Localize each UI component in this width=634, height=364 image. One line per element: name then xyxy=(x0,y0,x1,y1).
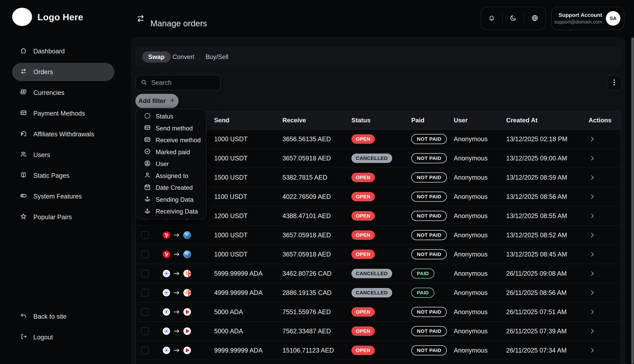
user-name: Anonymous xyxy=(454,251,488,258)
chevron-right-icon[interactable] xyxy=(589,328,596,334)
quick-actions-box xyxy=(481,7,546,30)
theme-button[interactable] xyxy=(503,14,524,22)
created-at-cell: 26/11/2025 09:08 AM xyxy=(506,270,566,277)
house-export-icon xyxy=(20,130,27,138)
filter-option-send-method[interactable]: Send method xyxy=(136,122,206,134)
chevron-right-icon[interactable] xyxy=(589,251,596,258)
return-icon xyxy=(20,312,27,321)
receive-amount: 5382.7815 AED xyxy=(282,174,327,181)
row-checkbox[interactable] xyxy=(141,250,149,258)
user-cell: Anonymous xyxy=(454,155,488,162)
chevron-right-icon[interactable] xyxy=(589,232,596,238)
row-checkbox[interactable] xyxy=(141,289,149,296)
account-name: Support Account xyxy=(559,12,602,18)
status-circle-icon xyxy=(144,112,151,121)
row-checkbox[interactable] xyxy=(141,327,149,335)
chevron-right-icon[interactable] xyxy=(589,270,596,277)
user-cell: Anonymous xyxy=(454,289,488,296)
sidebar-item-dashboard[interactable]: Dashboard xyxy=(12,42,114,60)
filter-option-label: Send method xyxy=(156,125,193,132)
sidebar-item-label: Orders xyxy=(33,68,53,76)
status-badge: OPEN xyxy=(351,346,375,355)
sidebar-item-static-pages[interactable]: Static Pages xyxy=(12,166,114,185)
receive-amount: 3656.56135 AED xyxy=(282,136,331,143)
filter-option-status[interactable]: Status xyxy=(136,110,206,122)
search-icon xyxy=(141,79,147,86)
language-button[interactable] xyxy=(524,14,545,22)
filter-option-sending-data[interactable]: Sending Data xyxy=(136,194,206,206)
sidebar-item-popular-pairs[interactable]: Popular Pairs xyxy=(12,208,114,226)
row-checkbox[interactable] xyxy=(141,231,149,239)
filter-option-label: Date Created xyxy=(156,184,193,191)
filter-option-user[interactable]: User xyxy=(136,158,206,170)
chevron-right-icon[interactable] xyxy=(589,155,596,162)
user-circle-icon xyxy=(144,160,151,168)
account-texts: Support Account support@domain.com xyxy=(554,12,602,25)
chevron-right-icon[interactable] xyxy=(589,347,596,354)
send-currency-icon xyxy=(163,308,170,316)
row-checkbox[interactable] xyxy=(141,308,149,316)
search-input[interactable]: Search xyxy=(135,75,221,90)
chevron-right-icon[interactable] xyxy=(589,289,596,296)
send-amount: 1000 USDT xyxy=(214,155,248,162)
column-header-user: User xyxy=(454,117,468,124)
sidebar-item-label: Back to site xyxy=(33,313,67,320)
paid-badge: NOT PAID xyxy=(411,345,447,356)
send-currency-icon xyxy=(163,346,170,354)
notifications-button[interactable] xyxy=(481,14,502,22)
receive-amount: 4022.76509 AED xyxy=(282,193,331,200)
receive-currency-icon xyxy=(183,231,191,239)
logout-icon xyxy=(20,333,27,342)
table-row: 1000 USDT3657.05918 AEDOPENNOT PAIDAnony… xyxy=(136,245,621,264)
status-badge: OPEN xyxy=(351,134,375,144)
filter-option-date-created[interactable]: Date Created xyxy=(136,182,206,194)
paid-badge: NOT PAID xyxy=(411,192,447,202)
chevron-right-icon[interactable] xyxy=(589,136,596,142)
add-filter-menu: StatusSend methodReceive methodMarked pa… xyxy=(135,109,207,219)
chevron-right-icon[interactable] xyxy=(589,308,596,315)
row-checkbox[interactable] xyxy=(141,270,149,278)
logo-text: Logo Here xyxy=(38,12,83,22)
account-menu[interactable]: Support Account support@domain.com SA xyxy=(551,7,624,30)
filter-option-receive-method[interactable]: Receive method xyxy=(136,134,206,146)
user-cell: Anonymous xyxy=(454,347,488,354)
page-title: Manage orders xyxy=(150,18,207,28)
chevron-right-icon[interactable] xyxy=(589,212,596,219)
paid-badge: PAID xyxy=(411,288,434,298)
created-at-cell: 26/11/2025 07:51 AM xyxy=(506,308,566,316)
chevron-right-icon[interactable] xyxy=(589,174,596,181)
sidebar-item-label: Popular Pairs xyxy=(33,214,72,221)
page-scrollbar[interactable] xyxy=(631,38,634,364)
add-filter-button[interactable]: Add filter xyxy=(135,94,179,108)
sidebar-footer: Back to siteLogout xyxy=(12,308,114,349)
sidebar-item-back-to-site[interactable]: Back to site xyxy=(12,308,114,326)
table-row: 1200 USDT4388.47101 AEDOPENNOT PAIDAnony… xyxy=(136,206,621,226)
sidebar-item-system-features[interactable]: System Features xyxy=(12,187,114,206)
user-cell: Anonymous xyxy=(454,308,488,316)
tab-buy-sell[interactable]: Buy/Sell xyxy=(205,52,230,62)
filter-option-receiving-data[interactable]: Receiving Data xyxy=(136,206,206,218)
sidebar-item-logout[interactable]: Logout xyxy=(12,328,114,346)
created-at-cell: 26/11/2025 07:39 AM xyxy=(506,328,566,335)
users-icon xyxy=(20,151,27,159)
paid-badge: NOT PAID xyxy=(411,172,447,182)
chevron-right-icon[interactable] xyxy=(589,193,596,200)
filter-option-marked-paid[interactable]: Marked paid xyxy=(136,146,206,158)
sidebar-item-orders[interactable]: Orders xyxy=(12,63,114,81)
filter-option-assigned-to[interactable]: Assigned to xyxy=(136,170,206,182)
tab-convert[interactable]: Convert xyxy=(172,52,195,62)
search-placeholder: Search xyxy=(151,79,172,86)
avatar: SA xyxy=(606,11,620,26)
user-cell: Anonymous xyxy=(454,251,488,258)
row-checkbox[interactable] xyxy=(141,346,149,354)
tab-swap[interactable]: Swap xyxy=(142,52,171,62)
receive-currency-icon xyxy=(183,289,191,296)
sidebar-item-users[interactable]: Users xyxy=(12,146,114,164)
created-at-cell: 13/12/2025 08:55 AM xyxy=(506,212,567,220)
logo xyxy=(12,8,32,26)
sidebar-item-affiliates-withdrawals[interactable]: Affiliates Withdrawals xyxy=(12,125,114,143)
arrow-right-icon xyxy=(173,270,180,278)
sidebar-item-currencies[interactable]: Currencies xyxy=(12,84,114,102)
sidebar-item-payment-methods[interactable]: Payment Methods xyxy=(12,104,114,122)
table-options-button[interactable] xyxy=(607,75,622,90)
